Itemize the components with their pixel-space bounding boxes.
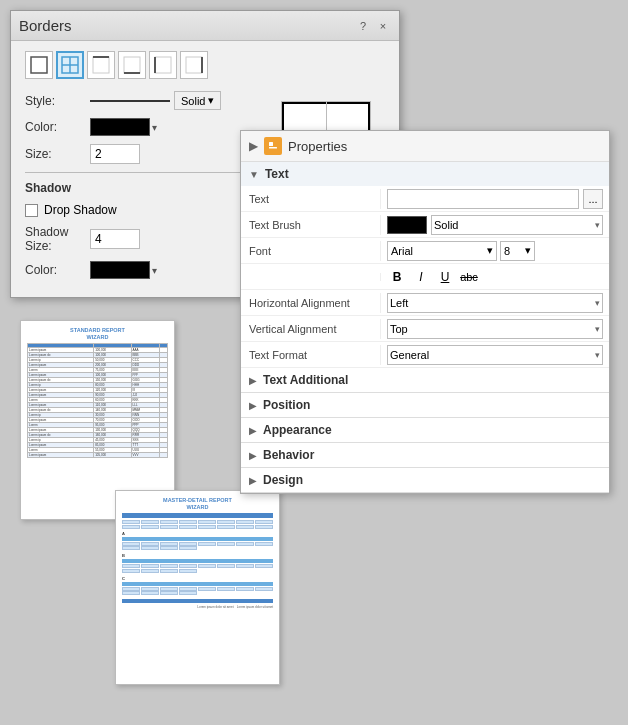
appearance-title: Appearance (263, 423, 332, 437)
position-title: Position (263, 398, 310, 412)
horizontal-alignment-label: Horizontal Alignment (241, 293, 381, 313)
thumb2-b-bar (122, 559, 273, 563)
style-label: Style: (25, 94, 90, 108)
properties-expand-icon[interactable]: ▶ (249, 139, 258, 153)
text-input[interactable] (387, 189, 579, 209)
appearance-section[interactable]: ▶ Appearance (241, 418, 609, 443)
text-section-arrow: ▼ (249, 169, 259, 180)
border-right-btn[interactable] (180, 51, 208, 79)
horizontal-alignment-select[interactable]: Left ▾ (387, 293, 603, 313)
text-brush-label: Text Brush (241, 215, 381, 235)
standard-report-title: STANDARD REPORTWIZARD (27, 327, 168, 340)
text-section-header[interactable]: ▼ Text (241, 162, 609, 186)
position-arrow: ▶ (249, 400, 257, 411)
horizontal-alignment-value: Left ▾ (381, 291, 609, 315)
text-brush-swatch (387, 216, 427, 234)
font-name-select[interactable]: Arial ▾ (387, 241, 497, 261)
help-button[interactable]: ? (355, 18, 371, 34)
text-additional-section[interactable]: ▶ Text Additional (241, 368, 609, 393)
border-all-btn[interactable] (56, 51, 84, 79)
color-swatch (90, 118, 150, 136)
standard-report-table: Lorem ipsum100,000AAA Lorem ipsum do100,… (27, 343, 168, 458)
style-dropdown[interactable]: Solid ▾ (174, 91, 221, 110)
shadow-color-arrow: ▾ (152, 265, 157, 276)
border-top-btn[interactable] (87, 51, 115, 79)
text-format-select-label: Text Format (241, 345, 381, 365)
properties-icon (264, 137, 282, 155)
svg-rect-4 (93, 57, 109, 73)
shadow-size-input[interactable]: 4 (90, 229, 140, 249)
text-format-empty-label (241, 273, 381, 281)
thumb2-grid-3 (122, 564, 273, 573)
font-size-arrow: ▾ (525, 244, 531, 257)
svg-rect-0 (31, 57, 47, 73)
strikethrough-btn[interactable]: abc (459, 267, 479, 287)
shadow-color-picker[interactable]: ▾ (90, 261, 157, 279)
text-format-select-arrow: ▾ (595, 350, 600, 360)
border-icons-row (25, 51, 385, 79)
design-section[interactable]: ▶ Design (241, 468, 609, 493)
style-value: Solid (181, 95, 205, 107)
text-brush-select[interactable]: Solid ▾ (431, 215, 603, 235)
bold-btn[interactable]: B (387, 267, 407, 287)
text-row: Text ... (241, 186, 609, 212)
text-additional-title: Text Additional (263, 373, 348, 387)
text-format-select-row: Text Format General ▾ (241, 342, 609, 368)
vertical-alignment-label: Vertical Alignment (241, 319, 381, 339)
properties-header: ▶ Properties (241, 131, 609, 162)
border-box-btn[interactable] (25, 51, 53, 79)
properties-panel: ▶ Properties ▼ Text Text ... Text Brush … (240, 130, 610, 494)
master-detail-report-title: MASTER-DETAIL REPORTWIZARD (122, 497, 273, 510)
thumb2-label-b: B (122, 553, 273, 558)
behavior-arrow: ▶ (249, 450, 257, 461)
text-format-select[interactable]: General ▾ (387, 345, 603, 365)
position-section[interactable]: ▶ Position (241, 393, 609, 418)
italic-btn[interactable]: I (411, 267, 431, 287)
text-brush-select-arrow: ▾ (595, 220, 600, 230)
underline-btn[interactable]: U (435, 267, 455, 287)
text-format-select-value: General ▾ (381, 343, 609, 367)
thumb2-c-bar (122, 582, 273, 586)
horizontal-alignment-row: Horizontal Alignment Left ▾ (241, 290, 609, 316)
behavior-title: Behavior (263, 448, 314, 462)
shadow-color-label: Color: (25, 263, 90, 277)
svg-rect-6 (124, 57, 140, 73)
font-label: Font (241, 241, 381, 261)
drop-shadow-checkbox[interactable] (25, 204, 38, 217)
color-dropdown-arrow: ▾ (152, 122, 157, 133)
dialog-title: Borders (19, 17, 72, 34)
thumb2-label-c: C (122, 576, 273, 581)
font-name-value: Arial (391, 245, 413, 257)
text-row-value: ... (381, 187, 609, 211)
drop-shadow-label: Drop Shadow (44, 203, 117, 217)
vertical-alignment-select[interactable]: Top ▾ (387, 319, 603, 339)
text-brush-select-value: Solid (434, 219, 458, 231)
svg-rect-10 (186, 57, 202, 73)
behavior-section[interactable]: ▶ Behavior (241, 443, 609, 468)
horizontal-alignment-select-value: Left (390, 297, 408, 309)
style-dropdown-arrow: ▾ (208, 94, 214, 107)
dialog-titlebar: Borders ? × (11, 11, 399, 41)
close-button[interactable]: × (375, 18, 391, 34)
size-input[interactable]: 2 (90, 144, 140, 164)
text-brush-value: Solid ▾ (381, 213, 609, 237)
thumb2-footer-text: Lorem ipsum dolor sit amet Lorem ipsum d… (122, 605, 273, 609)
thumb2-grid-4 (122, 587, 273, 596)
font-size-value: 8 (504, 245, 510, 257)
svg-rect-13 (269, 142, 273, 146)
shadow-size-label: Shadow Size: (25, 225, 90, 253)
text-dots-btn[interactable]: ... (583, 189, 603, 209)
font-controls: Arial ▾ 8 ▾ (387, 241, 535, 261)
text-format-btns: B I U abc (381, 265, 609, 289)
text-row-label: Text (241, 189, 381, 209)
design-arrow: ▶ (249, 475, 257, 486)
color-picker[interactable]: ▾ (90, 118, 157, 136)
text-additional-arrow: ▶ (249, 375, 257, 386)
svg-rect-8 (155, 57, 171, 73)
appearance-arrow: ▶ (249, 425, 257, 436)
border-bottom-btn[interactable] (118, 51, 146, 79)
font-size-select[interactable]: 8 ▾ (500, 241, 535, 261)
text-format-select-val: General (390, 349, 429, 361)
border-left-btn[interactable] (149, 51, 177, 79)
shadow-color-swatch (90, 261, 150, 279)
